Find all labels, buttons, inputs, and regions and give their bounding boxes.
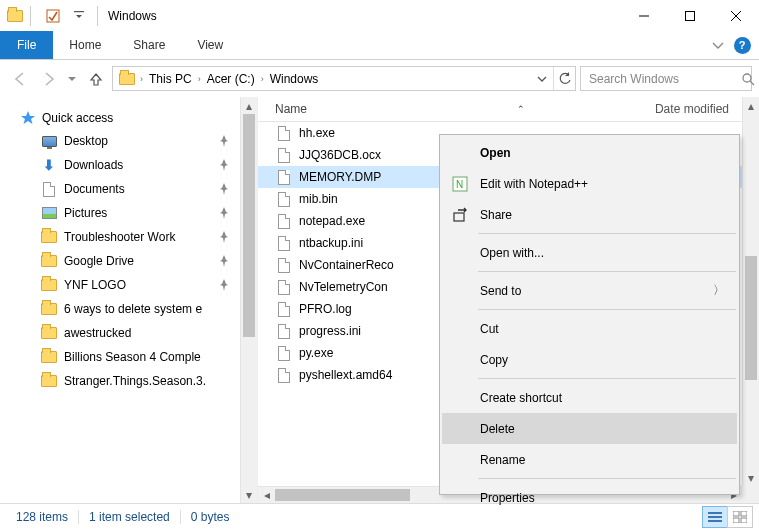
file-name: MEMORY.DMP — [299, 170, 381, 184]
context-menu-item[interactable]: Copy — [442, 344, 737, 375]
doc-icon — [40, 180, 58, 198]
address-dropdown-icon[interactable] — [531, 67, 553, 90]
sidebar-item-label: Desktop — [64, 134, 108, 148]
navpane-scrollbar[interactable]: ▴ ▾ — [240, 97, 257, 503]
qat-properties-icon[interactable] — [41, 5, 65, 27]
help-button[interactable]: ? — [733, 31, 759, 59]
scroll-down-icon[interactable]: ▾ — [241, 486, 257, 503]
svg-rect-8 — [454, 213, 464, 221]
context-menu-item[interactable]: Open with... — [442, 237, 737, 268]
scroll-thumb[interactable] — [243, 114, 255, 337]
scroll-thumb[interactable] — [745, 256, 757, 380]
scroll-thumb[interactable] — [275, 489, 410, 501]
svg-rect-2 — [639, 15, 649, 16]
search-icon[interactable] — [741, 72, 755, 86]
picture-icon — [40, 204, 58, 222]
sidebar-item[interactable]: 6 ways to delete system e — [0, 297, 257, 321]
context-menu-item[interactable]: Create shortcut — [442, 382, 737, 413]
up-button[interactable] — [83, 66, 108, 91]
minimize-button[interactable] — [621, 0, 667, 31]
folder-icon — [40, 252, 58, 270]
ribbon-collapse-icon[interactable] — [703, 31, 733, 59]
file-icon — [275, 124, 293, 142]
breadcrumb-thispc[interactable]: This PC — [144, 72, 197, 86]
breadcrumb-drive[interactable]: Acer (C:) — [202, 72, 260, 86]
qat-dropdown-icon[interactable] — [67, 5, 91, 27]
context-menu-item[interactable]: Send to〉 — [442, 275, 737, 306]
folder-app-icon[interactable] — [6, 7, 24, 25]
status-count: 128 items — [6, 510, 79, 524]
file-icon — [275, 256, 293, 274]
folder-icon — [40, 228, 58, 246]
sidebar-item[interactable]: Billions Season 4 Comple — [0, 345, 257, 369]
sidebar-item[interactable]: Google Drive — [0, 249, 257, 273]
scroll-up-icon[interactable]: ▴ — [743, 97, 759, 114]
column-name[interactable]: Name ⌃ — [275, 102, 565, 116]
svg-rect-15 — [741, 518, 747, 523]
breadcrumb-folder[interactable]: Windows — [265, 72, 324, 86]
refresh-button[interactable] — [553, 67, 575, 90]
maximize-button[interactable] — [667, 0, 713, 31]
tab-share[interactable]: Share — [117, 31, 181, 59]
file-icon — [275, 190, 293, 208]
context-menu-item[interactable]: NEdit with Notepad++ — [442, 168, 737, 199]
sidebar-item[interactable]: Desktop — [0, 129, 257, 153]
close-button[interactable] — [713, 0, 759, 31]
context-menu-label: Copy — [480, 353, 508, 367]
history-dropdown-icon[interactable] — [65, 75, 79, 83]
context-menu-item[interactable]: Share — [442, 199, 737, 230]
file-icon — [275, 146, 293, 164]
pin-icon — [219, 279, 229, 291]
svg-line-5 — [750, 81, 754, 85]
window-title: Windows — [108, 9, 157, 23]
back-button[interactable] — [7, 66, 32, 91]
file-name: hh.exe — [299, 126, 335, 140]
context-menu-label: Share — [480, 208, 512, 222]
tab-view[interactable]: View — [181, 31, 239, 59]
sidebar-item[interactable]: Troubleshooter Work — [0, 225, 257, 249]
submenu-arrow-icon: 〉 — [713, 282, 725, 299]
monitor-icon — [40, 132, 58, 150]
sort-indicator-icon[interactable]: ⌃ — [517, 104, 525, 114]
svg-rect-11 — [708, 520, 722, 522]
context-menu-item[interactable]: Open — [442, 137, 737, 168]
file-tab[interactable]: File — [0, 31, 53, 59]
download-icon: ⬇ — [40, 156, 58, 174]
column-name-label: Name — [275, 102, 307, 116]
context-menu-label: Create shortcut — [480, 391, 562, 405]
tab-home[interactable]: Home — [53, 31, 117, 59]
scroll-up-icon[interactable]: ▴ — [241, 97, 257, 114]
column-headers: Name ⌃ Date modified — [258, 97, 759, 122]
sidebar-item[interactable]: Stranger.Things.Season.3. — [0, 369, 257, 393]
context-menu-label: Edit with Notepad++ — [480, 177, 588, 191]
svg-rect-3 — [686, 11, 695, 20]
sidebar-item[interactable]: YNF LOGO — [0, 273, 257, 297]
content-vscrollbar[interactable]: ▴ ▾ — [742, 97, 759, 486]
sidebar-item[interactable]: Documents — [0, 177, 257, 201]
sidebar-item[interactable]: awestrucked — [0, 321, 257, 345]
search-input[interactable] — [587, 71, 741, 87]
forward-button[interactable] — [36, 66, 61, 91]
sidebar-item-label: YNF LOGO — [64, 278, 126, 292]
address-bar[interactable]: › This PC › Acer (C:) › Windows — [112, 66, 576, 91]
scroll-left-icon[interactable]: ◂ — [258, 487, 275, 503]
search-box[interactable] — [580, 66, 752, 91]
context-menu-item[interactable]: Properties — [442, 482, 737, 513]
quick-access-header[interactable]: Quick access — [0, 107, 257, 129]
status-size: 0 bytes — [181, 510, 240, 524]
context-menu-item[interactable]: Delete — [442, 413, 737, 444]
navigation-row: › This PC › Acer (C:) › Windows — [0, 60, 759, 97]
file-icon — [275, 300, 293, 318]
svg-rect-1 — [74, 11, 84, 12]
sidebar-item[interactable]: ⬇Downloads — [0, 153, 257, 177]
context-menu-item[interactable]: Rename — [442, 444, 737, 475]
context-menu-item[interactable]: Cut — [442, 313, 737, 344]
file-icon — [275, 168, 293, 186]
sidebar-item[interactable]: Pictures — [0, 201, 257, 225]
file-name: pyshellext.amd64 — [299, 368, 392, 382]
quick-access-label: Quick access — [42, 111, 113, 125]
sidebar-item-label: Billions Season 4 Comple — [64, 350, 201, 364]
sidebar-item-label: Stranger.Things.Season.3. — [64, 374, 206, 388]
scroll-down-icon[interactable]: ▾ — [743, 469, 759, 486]
context-menu-label: Open — [480, 146, 511, 160]
